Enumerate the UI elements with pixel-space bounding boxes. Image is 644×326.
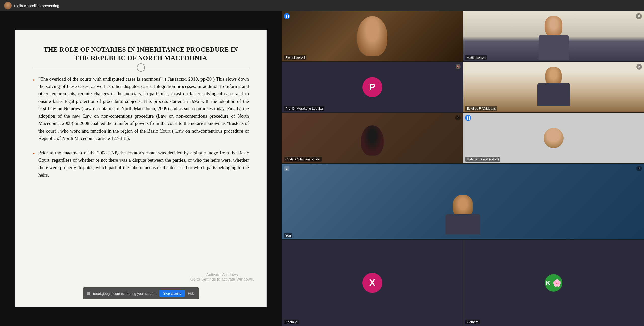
slide-container: THE ROLE OF NOTARIES IN INHERITANCE PROC… [15, 30, 267, 307]
activate-windows-watermark: Activate Windows Go to Settings to activ… [190, 273, 254, 282]
participant-tile-malkhaz: ▐▐ Malkhaz Shashiashvili [463, 113, 644, 163]
presenter-avatar [4, 2, 12, 9]
top-bar: Fjolla Kaprolli is presenting [0, 0, 644, 11]
close-icon-matti: ✕ [636, 13, 642, 19]
stop-sharing-button[interactable]: Stop sharing [159, 290, 185, 297]
slide-bullet-1: • "The overload of the courts with undis… [33, 75, 249, 142]
participant-name-cristina: Cristina Vilaplana Prieto [284, 157, 322, 162]
close-icon-egidijus: ✕ [636, 64, 642, 70]
hide-button[interactable]: Hide [188, 291, 195, 295]
participant-name-egidijus: Egidijus R Vaidogas [465, 106, 497, 111]
bullet-dot-1: • [33, 76, 35, 84]
share-icon [87, 292, 90, 295]
avatar-others: K 🌸 [545, 274, 562, 292]
participant-tile-fjolla: ▐▐ Fjolla Kaprolli [282, 11, 463, 61]
participant-name-malkhaz: Malkhaz Shashiashvili [465, 157, 500, 162]
screen-share-text: meet.google.com is sharing your screen. [93, 291, 156, 296]
participant-tile-matti: ✕ Matti Itkonen [463, 11, 644, 61]
participant-tile-cristina: ✕ Cristina Vilaplana Prieto [282, 113, 463, 163]
avatar-xhemile: X [362, 273, 382, 293]
participant-tile-you: ▶ ✕ You [282, 164, 644, 239]
close-icon-you: ✕ [636, 166, 642, 171]
participant-tile-egidijus: ✕ Egidijus R Vaidogas [463, 62, 644, 112]
close-icon-cristina: ✕ [455, 115, 461, 120]
you-icon: ▶ [284, 166, 289, 171]
slide-bullet-2: • Prior to the enactment of the 2008 LNP… [33, 149, 249, 179]
participant-label-you: You [284, 233, 292, 238]
participant-tile-morakeng: P 🔇 Prof Dr Morakeng Lebaka [282, 62, 463, 112]
main-presentation-area: THE ROLE OF NOTARIES IN INHERITANCE PROC… [0, 11, 282, 326]
participant-name-matti: Matti Itkonen [465, 55, 487, 60]
slide-circle-decoration [137, 63, 145, 72]
participant-name-morakeng: Prof Dr Morakeng Lebaka [284, 106, 324, 111]
screen-share-bar: meet.google.com is sharing your screen. … [83, 287, 199, 299]
participant-name-fjolla: Fjolla Kaprolli [284, 55, 306, 60]
presenting-text: Fjolla Kaprolli is presenting [14, 4, 59, 8]
speaking-icon-malkhaz: ▐▐ [465, 115, 471, 121]
avatar-morakeng: P [362, 77, 382, 97]
participant-tile-2others: K 🌸 2 others [463, 240, 644, 326]
participant-tile-xhemile: X Xhemile [282, 240, 463, 326]
bullet-dot-2: • [33, 150, 35, 158]
mute-icon-morakeng: 🔇 [456, 64, 461, 69]
participant-label-2others: 2 others [465, 320, 480, 324]
participants-panel: ▐▐ Fjolla Kaprolli ✕ Matti Itkonen P 🔇 P… [282, 11, 644, 326]
participant-name-xhemile: Xhemile [284, 320, 299, 324]
slide-title: THE ROLE OF NOTARIES IN INHERITANCE PROC… [33, 45, 249, 62]
speaking-icon-fjolla: ▐▐ [284, 13, 290, 19]
